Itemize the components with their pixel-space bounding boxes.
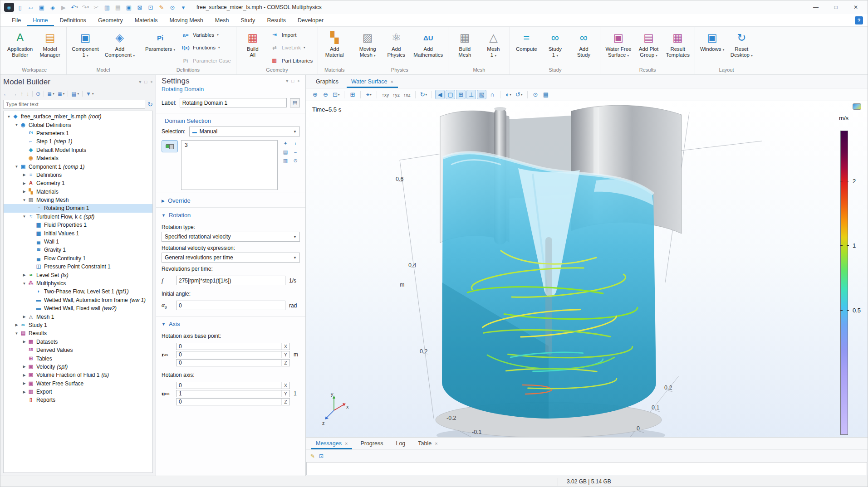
tree-item[interactable]: ▼◉Global Definitions [4,121,152,129]
tab-moving-mesh[interactable]: Moving Mesh [163,14,209,26]
tree-item[interactable]: ▶▥Export [4,388,152,396]
tree-item[interactable]: ▬Wetted Wall, Fixed wall(ww2) [4,304,152,312]
tab-mesh[interactable]: Mesh [209,14,235,26]
tree-item[interactable]: ◆Default Model Inputs [4,146,152,154]
view-xy-icon[interactable]: ↑xy [380,90,390,99]
show-grid-icon[interactable]: ⊞ [456,90,466,99]
tree-item[interactable]: ⊞Tables [4,354,152,362]
zoom-out-icon[interactable]: ⊖ [321,90,330,99]
tab-definitions[interactable]: Definitions [54,14,92,26]
chevron-down-icon[interactable]: ▼ [14,331,19,336]
tree-item[interactable]: ▼▤Results [4,329,152,337]
delete-icon[interactable]: ⊠ [135,2,145,12]
chevron-right-icon[interactable]: ▶ [14,323,19,327]
help-button[interactable]: ? [855,16,863,24]
panel-pin-icon[interactable]: ⌖ [150,79,153,85]
tree-item[interactable]: ≋Gravity 1 [4,246,152,254]
rotation-axis-y-input[interactable]: 1Y [176,390,290,397]
tab-home[interactable]: Home [27,14,54,26]
new-file-icon[interactable]: ▯ [15,2,25,12]
clear-selection-icon[interactable]: ✎ [157,2,167,12]
selection-dropdown[interactable]: ▬ Manual ▼ [189,127,300,136]
base-point-y-input[interactable]: 0Y [176,351,290,358]
messages-tab-log[interactable]: Log [391,438,410,449]
chevron-right-icon[interactable]: ▶ [22,390,27,394]
section-override[interactable]: ▶ Override [156,193,305,206]
chevron-right-icon[interactable]: ▶ [22,373,27,377]
tree-item[interactable]: ⌐Step 1(step 1) [4,137,152,146]
tree-item[interactable]: ▼▣Component 1(comp 1) [4,162,152,170]
show-axes-icon[interactable]: ⊥ [466,90,476,99]
messages-tab-messages[interactable]: Messages× [311,438,352,449]
base-point-x-input[interactable]: 0X [176,343,290,350]
duplicate-icon[interactable]: ▣ [124,2,134,12]
section-axis[interactable]: ▼ Axis [156,317,305,330]
panel-float-icon[interactable]: □ [291,78,294,84]
tree-item[interactable]: ▶∞Study 1 [4,321,152,329]
functions-button[interactable]: f(x)Functions▾ [181,44,231,52]
build-mesh-button[interactable]: ▦BuildMesh [451,29,479,67]
section-domain-selection[interactable]: Domain Selection [156,113,305,127]
back-icon[interactable]: ← [3,91,9,97]
tab-materials[interactable]: Materials [129,14,164,26]
tree-item[interactable]: ▶≈Level Set(ls) [4,271,152,279]
filter-icon[interactable]: ▼▾ [86,91,93,97]
tree-item[interactable]: ◉Materials [4,154,152,162]
chevron-right-icon[interactable]: ▶ [22,315,27,319]
tree-item[interactable]: ▶AGeometry 1 [4,179,152,187]
part-libraries-button[interactable]: ▥Part Libraries [270,56,313,65]
tree-filter-input[interactable] [3,100,145,109]
component-1-button[interactable]: ▣Component1 ▾ [69,29,101,67]
water-free-surface-button[interactable]: ▣Water FreeSurface ▾ [603,29,634,67]
select-and-hide-icon[interactable]: ∩ [487,90,497,99]
run-icon[interactable]: ▶ [59,2,69,12]
move-up-icon[interactable]: ↑ [20,91,23,97]
initial-angle-input[interactable]: 0 [176,301,285,310]
tab-results[interactable]: Results [261,14,292,26]
tree-item[interactable]: PiParameters 1 [4,129,152,137]
scene-light-icon[interactable]: ◀ [435,90,445,99]
transparency-icon[interactable]: ▢ [446,90,455,99]
parameters-button[interactable]: PiParameters ▾ [142,29,178,67]
chevron-down-icon[interactable]: ▼ [6,115,11,119]
forward-icon[interactable]: → [12,91,17,97]
rotation-axis-z-input[interactable]: 0Z [176,398,290,405]
annotate-icon[interactable]: ✎ [310,453,315,459]
chevron-right-icon[interactable]: ▶ [22,173,27,177]
tab-geometry[interactable]: Geometry [92,14,129,26]
columns-icon[interactable]: ▤▾ [71,91,79,97]
windows-button[interactable]: ▣Windows ▾ [697,29,727,67]
snapshot-icon[interactable]: ⊙ [531,90,540,99]
close-icon[interactable]: × [345,441,348,446]
chevron-right-icon[interactable]: ▶ [22,381,27,385]
graphics-tab-water-surface[interactable]: Water Surface× [347,75,398,88]
tree-item[interactable]: ▶▣Velocity(spf) [4,363,152,371]
add-mathematics-button[interactable]: ΔUAddMathematics [411,29,446,67]
zoom-in-icon[interactable]: ⊕ [310,90,320,99]
tab-file[interactable]: File [6,14,27,26]
move-down-icon[interactable]: ↓ [26,91,29,97]
panel-float-icon[interactable]: □ [144,79,147,85]
parameter-case-button[interactable]: PiParameter Case [181,56,231,65]
default-view-icon[interactable]: ⌖▾ [364,90,373,99]
panel-pin-icon[interactable]: ⌖ [297,78,300,84]
tree-item[interactable]: ◗Two-Phase Flow, Level Set 1(tpf1) [4,287,152,296]
close-button[interactable]: ✕ [846,1,866,14]
add-selection-icon[interactable]: + [291,140,300,147]
build-all-button[interactable]: ▦BuildAll [239,29,267,67]
paste-selection-icon[interactable]: ▤ [281,149,290,156]
view-xz-icon[interactable]: ↑xz [402,90,412,99]
livelink-button[interactable]: ⇄LiveLink▾ [270,44,313,52]
tree-item[interactable]: ◔Rotating Domain 1 [4,204,152,212]
redo-icon[interactable]: ↷▾ [80,2,90,12]
add-component-button[interactable]: ◈AddComponent ▾ [102,29,137,67]
active-selection-toggle[interactable] [162,140,178,152]
domain-selection-list[interactable]: 3 [181,140,278,190]
tree-item[interactable]: ▄Wall 1 [4,238,152,246]
tree-item[interactable]: ▆Fluid Properties 1 [4,221,152,229]
mesh-1-button[interactable]: △Mesh1 ▾ [479,29,507,67]
customize-icon[interactable]: ▾ [178,2,188,12]
variables-button[interactable]: a=Variables▾ [181,30,231,39]
tree-item[interactable]: ▶▣Volume Fraction of Fluid 1(ls) [4,371,152,379]
add-physics-button[interactable]: ⚛AddPhysics [382,29,410,67]
